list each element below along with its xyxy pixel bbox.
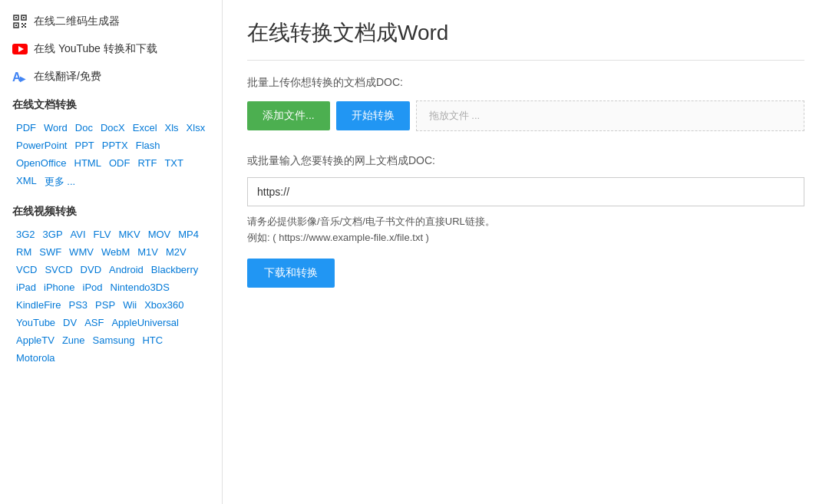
- sidebar-item-qr[interactable]: 在线二维码生成器: [0, 8, 222, 35]
- svg-rect-6: [21, 23, 23, 25]
- qr-icon: [12, 14, 28, 29]
- video-format-grid: 3G2 3GP AVI FLV MKV MOV MP4 RM SWF WMV W…: [0, 223, 222, 372]
- format-docx[interactable]: DocX: [97, 120, 129, 136]
- format-asf[interactable]: ASF: [81, 315, 107, 331]
- format-mov[interactable]: MOV: [144, 226, 175, 242]
- format-flash[interactable]: Flash: [132, 137, 164, 153]
- format-word[interactable]: Word: [40, 120, 71, 136]
- format-m2v[interactable]: M2V: [162, 244, 190, 260]
- video-section-title: 在线视频转换: [0, 197, 222, 223]
- download-convert-button[interactable]: 下载和转换: [247, 259, 335, 288]
- format-psp[interactable]: PSP: [91, 297, 119, 313]
- format-xbox360[interactable]: Xbox360: [140, 297, 187, 313]
- page-title: 在线转换文档成Word: [247, 18, 804, 61]
- svg-rect-5: [15, 25, 17, 26]
- url-label: 或批量输入您要转换的网上文档成DOC:: [247, 154, 804, 168]
- format-ps3[interactable]: PS3: [65, 297, 92, 313]
- svg-rect-1: [15, 17, 17, 18]
- format-zune[interactable]: Zune: [58, 332, 89, 348]
- format-appletv[interactable]: AppleTV: [12, 332, 58, 348]
- svg-rect-7: [25, 23, 26, 25]
- format-3gp[interactable]: 3GP: [39, 226, 67, 242]
- format-pdf[interactable]: PDF: [12, 120, 40, 136]
- format-dv[interactable]: DV: [59, 315, 81, 331]
- format-flv[interactable]: FLV: [90, 226, 115, 242]
- format-motorola[interactable]: Motorola: [12, 350, 59, 366]
- format-avi[interactable]: AVI: [67, 226, 90, 242]
- format-more-doc[interactable]: 更多 ...: [41, 173, 79, 191]
- format-rm[interactable]: RM: [12, 244, 35, 260]
- format-swf[interactable]: SWF: [35, 244, 65, 260]
- format-xml[interactable]: XML: [12, 173, 41, 191]
- format-samsung[interactable]: Samsung: [89, 332, 139, 348]
- format-3g2[interactable]: 3G2: [12, 226, 39, 242]
- sidebar-item-translate-label: 在线翻译/免费: [34, 70, 101, 84]
- format-xls[interactable]: Xls: [161, 120, 183, 136]
- format-txt[interactable]: TXT: [160, 155, 187, 171]
- add-file-button[interactable]: 添加文件...: [247, 101, 330, 130]
- sidebar-item-youtube-label: 在线 YouTube 转换和下载: [34, 42, 157, 56]
- format-vcd[interactable]: VCD: [12, 262, 41, 278]
- main-content: 在线转换文档成Word 批量上传你想转换的文档成DOC: 添加文件... 开始转…: [223, 0, 829, 504]
- sidebar-item-qr-label: 在线二维码生成器: [34, 15, 120, 28]
- format-blackberry[interactable]: Blackberry: [147, 262, 202, 278]
- drop-zone[interactable]: 拖放文件 ...: [416, 100, 804, 131]
- url-section: 或批量输入您要转换的网上文档成DOC: 请务必提供影像/音乐/文档/电子书文件的…: [247, 154, 804, 288]
- format-webm[interactable]: WebM: [97, 244, 134, 260]
- sidebar: 在线二维码生成器 在线 YouTube 转换和下载 A ▶ 在线翻译/免费 在线…: [0, 0, 223, 504]
- url-input[interactable]: [247, 177, 804, 206]
- format-openoffice[interactable]: OpenOffice: [12, 155, 71, 171]
- svg-text:▶: ▶: [20, 74, 26, 83]
- format-youtube[interactable]: YouTube: [12, 315, 59, 331]
- format-excel[interactable]: Excel: [129, 120, 161, 136]
- format-nintendo3ds[interactable]: Nintendo3DS: [107, 279, 173, 295]
- format-mkv[interactable]: MKV: [114, 226, 144, 242]
- format-wii[interactable]: Wii: [119, 297, 140, 313]
- youtube-icon: [12, 41, 28, 57]
- format-rtf[interactable]: RTF: [134, 155, 160, 171]
- format-kindlefire[interactable]: KindleFire: [12, 297, 65, 313]
- url-hint: 请务必提供影像/音乐/文档/电子书文件的直接URL链接。 例如: ( https…: [247, 214, 804, 246]
- doc-section-title: 在线文档转换: [0, 91, 222, 117]
- format-iphone[interactable]: iPhone: [40, 279, 78, 295]
- format-xlsx[interactable]: Xlsx: [183, 120, 210, 136]
- translate-icon: A ▶: [12, 69, 28, 84]
- format-doc[interactable]: Doc: [71, 120, 97, 136]
- upload-area: 添加文件... 开始转换 拖放文件 ...: [247, 100, 804, 131]
- format-ipod[interactable]: iPod: [79, 279, 107, 295]
- format-ipad[interactable]: iPad: [12, 279, 40, 295]
- format-android[interactable]: Android: [105, 262, 147, 278]
- start-convert-button[interactable]: 开始转换: [336, 101, 410, 130]
- doc-format-grid: PDF Word Doc DocX Excel Xls Xlsx PowerPo…: [0, 117, 222, 197]
- format-m1v[interactable]: M1V: [134, 244, 162, 260]
- svg-rect-10: [23, 25, 25, 26]
- svg-rect-9: [25, 26, 26, 28]
- format-mp4[interactable]: MP4: [174, 226, 203, 242]
- sidebar-item-translate[interactable]: A ▶ 在线翻译/免费: [0, 63, 222, 91]
- format-odf[interactable]: ODF: [105, 155, 134, 171]
- format-html[interactable]: HTML: [71, 155, 105, 171]
- format-ppt-app[interactable]: PowerPoint: [12, 137, 71, 153]
- format-pptx[interactable]: PPTX: [98, 137, 132, 153]
- format-appleuniversal[interactable]: AppleUniversal: [107, 315, 182, 331]
- svg-rect-3: [23, 17, 25, 18]
- format-htc[interactable]: HTC: [138, 332, 167, 348]
- upload-label: 批量上传你想转换的文档成DOC:: [247, 76, 804, 90]
- sidebar-item-youtube[interactable]: 在线 YouTube 转换和下载: [0, 35, 222, 63]
- format-dvd[interactable]: DVD: [77, 262, 105, 278]
- format-wmv[interactable]: WMV: [65, 244, 97, 260]
- svg-rect-8: [21, 26, 23, 28]
- format-svcd[interactable]: SVCD: [41, 262, 76, 278]
- format-ppt[interactable]: PPT: [71, 137, 97, 153]
